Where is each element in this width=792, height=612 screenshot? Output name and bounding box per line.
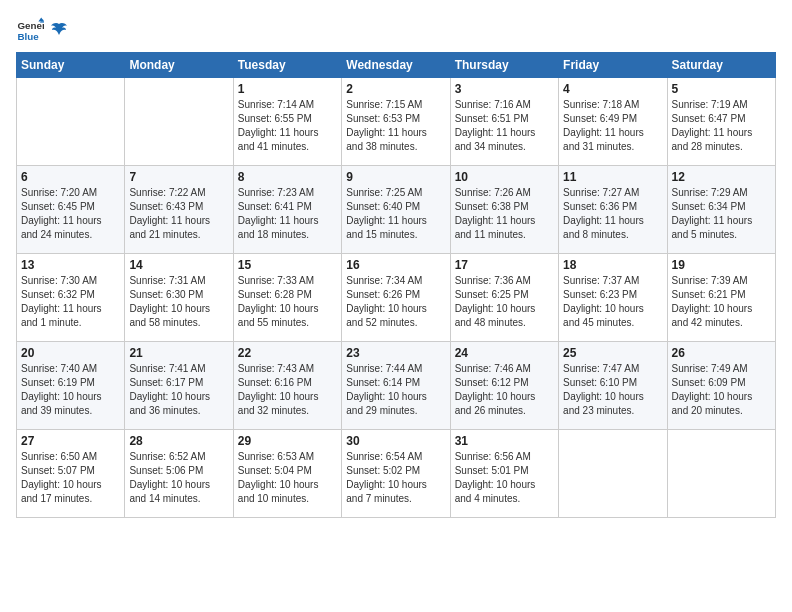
calendar-cell — [559, 430, 667, 518]
day-info: Sunrise: 7:23 AM Sunset: 6:41 PM Dayligh… — [238, 186, 337, 242]
calendar-cell: 30Sunrise: 6:54 AM Sunset: 5:02 PM Dayli… — [342, 430, 450, 518]
day-info: Sunrise: 7:49 AM Sunset: 6:09 PM Dayligh… — [672, 362, 771, 418]
calendar-cell: 12Sunrise: 7:29 AM Sunset: 6:34 PM Dayli… — [667, 166, 775, 254]
calendar-cell: 22Sunrise: 7:43 AM Sunset: 6:16 PM Dayli… — [233, 342, 341, 430]
day-number: 15 — [238, 258, 337, 272]
logo: General Blue — [16, 16, 68, 44]
day-info: Sunrise: 7:40 AM Sunset: 6:19 PM Dayligh… — [21, 362, 120, 418]
day-info: Sunrise: 7:34 AM Sunset: 6:26 PM Dayligh… — [346, 274, 445, 330]
day-number: 3 — [455, 82, 554, 96]
day-number: 12 — [672, 170, 771, 184]
day-number: 31 — [455, 434, 554, 448]
day-number: 26 — [672, 346, 771, 360]
weekday-header: Tuesday — [233, 53, 341, 78]
day-info: Sunrise: 7:20 AM Sunset: 6:45 PM Dayligh… — [21, 186, 120, 242]
day-number: 1 — [238, 82, 337, 96]
day-info: Sunrise: 6:52 AM Sunset: 5:06 PM Dayligh… — [129, 450, 228, 506]
day-info: Sunrise: 7:46 AM Sunset: 6:12 PM Dayligh… — [455, 362, 554, 418]
calendar-cell: 29Sunrise: 6:53 AM Sunset: 5:04 PM Dayli… — [233, 430, 341, 518]
day-info: Sunrise: 7:26 AM Sunset: 6:38 PM Dayligh… — [455, 186, 554, 242]
calendar-cell: 18Sunrise: 7:37 AM Sunset: 6:23 PM Dayli… — [559, 254, 667, 342]
day-info: Sunrise: 7:29 AM Sunset: 6:34 PM Dayligh… — [672, 186, 771, 242]
day-info: Sunrise: 7:47 AM Sunset: 6:10 PM Dayligh… — [563, 362, 662, 418]
calendar-cell: 10Sunrise: 7:26 AM Sunset: 6:38 PM Dayli… — [450, 166, 558, 254]
calendar-cell: 26Sunrise: 7:49 AM Sunset: 6:09 PM Dayli… — [667, 342, 775, 430]
calendar-cell — [125, 78, 233, 166]
day-info: Sunrise: 7:33 AM Sunset: 6:28 PM Dayligh… — [238, 274, 337, 330]
weekday-header: Friday — [559, 53, 667, 78]
weekday-header: Saturday — [667, 53, 775, 78]
day-info: Sunrise: 7:41 AM Sunset: 6:17 PM Dayligh… — [129, 362, 228, 418]
calendar-cell: 21Sunrise: 7:41 AM Sunset: 6:17 PM Dayli… — [125, 342, 233, 430]
calendar-cell: 4Sunrise: 7:18 AM Sunset: 6:49 PM Daylig… — [559, 78, 667, 166]
calendar-cell: 3Sunrise: 7:16 AM Sunset: 6:51 PM Daylig… — [450, 78, 558, 166]
calendar-week-row: 6Sunrise: 7:20 AM Sunset: 6:45 PM Daylig… — [17, 166, 776, 254]
day-number: 28 — [129, 434, 228, 448]
day-info: Sunrise: 7:43 AM Sunset: 6:16 PM Dayligh… — [238, 362, 337, 418]
day-info: Sunrise: 7:15 AM Sunset: 6:53 PM Dayligh… — [346, 98, 445, 154]
day-number: 27 — [21, 434, 120, 448]
day-number: 29 — [238, 434, 337, 448]
calendar-week-row: 13Sunrise: 7:30 AM Sunset: 6:32 PM Dayli… — [17, 254, 776, 342]
calendar-cell: 1Sunrise: 7:14 AM Sunset: 6:55 PM Daylig… — [233, 78, 341, 166]
weekday-header: Wednesday — [342, 53, 450, 78]
calendar-cell: 15Sunrise: 7:33 AM Sunset: 6:28 PM Dayli… — [233, 254, 341, 342]
calendar-cell — [667, 430, 775, 518]
calendar-cell: 20Sunrise: 7:40 AM Sunset: 6:19 PM Dayli… — [17, 342, 125, 430]
calendar-cell: 19Sunrise: 7:39 AM Sunset: 6:21 PM Dayli… — [667, 254, 775, 342]
day-number: 25 — [563, 346, 662, 360]
day-number: 6 — [21, 170, 120, 184]
calendar-table: SundayMondayTuesdayWednesdayThursdayFrid… — [16, 52, 776, 518]
calendar-week-row: 20Sunrise: 7:40 AM Sunset: 6:19 PM Dayli… — [17, 342, 776, 430]
calendar-cell: 23Sunrise: 7:44 AM Sunset: 6:14 PM Dayli… — [342, 342, 450, 430]
calendar-cell: 8Sunrise: 7:23 AM Sunset: 6:41 PM Daylig… — [233, 166, 341, 254]
page-header: General Blue — [16, 16, 776, 44]
calendar-cell — [17, 78, 125, 166]
calendar-header-row: SundayMondayTuesdayWednesdayThursdayFrid… — [17, 53, 776, 78]
day-info: Sunrise: 7:37 AM Sunset: 6:23 PM Dayligh… — [563, 274, 662, 330]
calendar-cell: 5Sunrise: 7:19 AM Sunset: 6:47 PM Daylig… — [667, 78, 775, 166]
day-number: 22 — [238, 346, 337, 360]
calendar-cell: 6Sunrise: 7:20 AM Sunset: 6:45 PM Daylig… — [17, 166, 125, 254]
calendar-cell: 17Sunrise: 7:36 AM Sunset: 6:25 PM Dayli… — [450, 254, 558, 342]
day-number: 2 — [346, 82, 445, 96]
day-info: Sunrise: 7:22 AM Sunset: 6:43 PM Dayligh… — [129, 186, 228, 242]
calendar-cell: 16Sunrise: 7:34 AM Sunset: 6:26 PM Dayli… — [342, 254, 450, 342]
day-info: Sunrise: 7:44 AM Sunset: 6:14 PM Dayligh… — [346, 362, 445, 418]
calendar-cell: 31Sunrise: 6:56 AM Sunset: 5:01 PM Dayli… — [450, 430, 558, 518]
logo-icon: General Blue — [16, 16, 44, 44]
day-number: 7 — [129, 170, 228, 184]
calendar-cell: 28Sunrise: 6:52 AM Sunset: 5:06 PM Dayli… — [125, 430, 233, 518]
day-info: Sunrise: 6:56 AM Sunset: 5:01 PM Dayligh… — [455, 450, 554, 506]
day-info: Sunrise: 7:30 AM Sunset: 6:32 PM Dayligh… — [21, 274, 120, 330]
day-info: Sunrise: 7:19 AM Sunset: 6:47 PM Dayligh… — [672, 98, 771, 154]
day-info: Sunrise: 6:53 AM Sunset: 5:04 PM Dayligh… — [238, 450, 337, 506]
day-number: 10 — [455, 170, 554, 184]
day-number: 30 — [346, 434, 445, 448]
day-number: 18 — [563, 258, 662, 272]
day-info: Sunrise: 7:14 AM Sunset: 6:55 PM Dayligh… — [238, 98, 337, 154]
calendar-cell: 9Sunrise: 7:25 AM Sunset: 6:40 PM Daylig… — [342, 166, 450, 254]
day-number: 17 — [455, 258, 554, 272]
day-info: Sunrise: 7:16 AM Sunset: 6:51 PM Dayligh… — [455, 98, 554, 154]
day-number: 21 — [129, 346, 228, 360]
day-info: Sunrise: 6:50 AM Sunset: 5:07 PM Dayligh… — [21, 450, 120, 506]
calendar-cell: 27Sunrise: 6:50 AM Sunset: 5:07 PM Dayli… — [17, 430, 125, 518]
calendar-week-row: 27Sunrise: 6:50 AM Sunset: 5:07 PM Dayli… — [17, 430, 776, 518]
svg-text:Blue: Blue — [17, 31, 39, 42]
day-number: 14 — [129, 258, 228, 272]
day-number: 24 — [455, 346, 554, 360]
calendar-cell: 11Sunrise: 7:27 AM Sunset: 6:36 PM Dayli… — [559, 166, 667, 254]
logo-bird-icon — [50, 21, 68, 39]
day-number: 9 — [346, 170, 445, 184]
day-number: 16 — [346, 258, 445, 272]
day-info: Sunrise: 6:54 AM Sunset: 5:02 PM Dayligh… — [346, 450, 445, 506]
day-number: 8 — [238, 170, 337, 184]
day-number: 20 — [21, 346, 120, 360]
calendar-week-row: 1Sunrise: 7:14 AM Sunset: 6:55 PM Daylig… — [17, 78, 776, 166]
calendar-cell: 25Sunrise: 7:47 AM Sunset: 6:10 PM Dayli… — [559, 342, 667, 430]
weekday-header: Thursday — [450, 53, 558, 78]
day-number: 23 — [346, 346, 445, 360]
day-info: Sunrise: 7:27 AM Sunset: 6:36 PM Dayligh… — [563, 186, 662, 242]
weekday-header: Sunday — [17, 53, 125, 78]
